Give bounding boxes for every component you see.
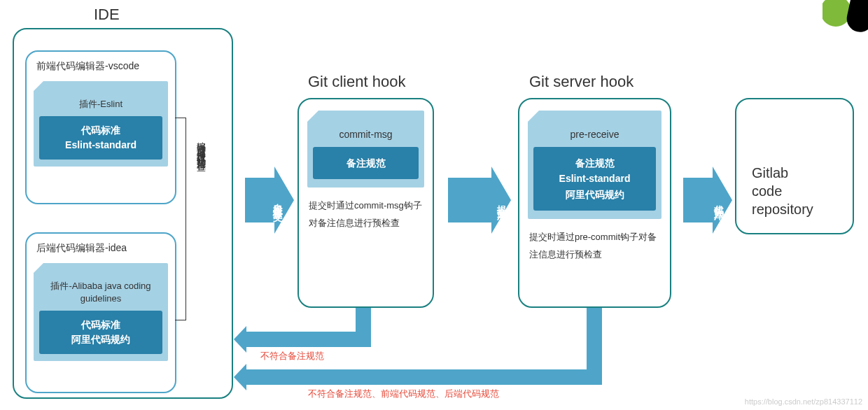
- arrow-commit-label: 提交仓库: [445, 197, 508, 203]
- repo-text: Gitlab code repository: [736, 99, 853, 218]
- client-hook-container: commit-msg 备注规范 提交时通过commit-msg钩子对备注信息进行…: [298, 98, 434, 308]
- watermark: https://blog.csdn.net/zp814337112: [745, 397, 862, 406]
- idea-box: 后端代码编辑器-idea 插件-Alibaba java coding guid…: [25, 232, 176, 393]
- ide-title: IDE: [94, 6, 120, 24]
- idea-editor-label: 后端代码编辑器-idea: [27, 234, 175, 260]
- alibaba-plugin-card: 插件-Alibaba java coding guidelines 代码标准 阿…: [34, 263, 168, 361]
- arrow-self-check-label: 自检合格提交: [235, 196, 284, 204]
- commit-msg-body: 备注规范: [313, 147, 419, 179]
- repo-line2: code: [752, 182, 837, 200]
- eslint-std-line2: Eslint-standard: [43, 138, 158, 153]
- vscode-editor-label: 前端代码编辑器-vscode: [27, 52, 175, 78]
- eslint-standard-body: 代码标准 Eslint-standard: [39, 116, 162, 160]
- server-body-line2: Eslint-standard: [539, 171, 650, 186]
- arrow-store: 代码入库: [683, 167, 732, 234]
- pre-receive-body: 备注规范 Eslint-standard 阿里代码规约: [533, 147, 656, 211]
- server-body-line1: 备注规范: [539, 155, 650, 171]
- eslint-std-line1: 代码标准: [43, 123, 158, 138]
- repo-line1: Gitlab: [752, 164, 837, 182]
- vscode-box: 前端代码编辑器-vscode 插件-Eslint 代码标准 Eslint-sta…: [25, 50, 176, 204]
- arrow-commit: 提交仓库: [448, 167, 511, 234]
- pre-receive-card: pre-receive 备注规范 Eslint-standard 阿里代码规约: [528, 111, 662, 219]
- arrow-self-check: 自检合格提交: [245, 167, 294, 234]
- server-hook-title: Git server hook: [529, 73, 634, 91]
- alibaba-std-line2: 阿里代码规约: [43, 332, 158, 347]
- eslint-plugin-card: 插件-Eslint 代码标准 Eslint-standard: [34, 81, 168, 167]
- eslint-plugin-title: 插件-Eslint: [39, 98, 162, 111]
- client-hook-desc: 提交时通过commit-msg钩子对备注信息进行预检查: [299, 188, 433, 232]
- server-hook-container: pre-receive 备注规范 Eslint-standard 阿里代码规约 …: [518, 98, 671, 308]
- reject-text-1: 不符合备注规范: [260, 350, 324, 362]
- bracket-connector: [175, 118, 186, 320]
- arrow-store-label: 代码入库: [676, 197, 725, 203]
- repo-line3: repository: [752, 200, 837, 218]
- repo-container: Gitlab code repository: [735, 98, 854, 234]
- alibaba-std-line1: 代码标准: [43, 318, 158, 332]
- commit-msg-card: commit-msg 备注规范: [307, 111, 424, 188]
- ide-side-note: 编码后通过插件进行代码规范预检查: [195, 134, 207, 288]
- commit-msg-title: commit-msg: [313, 129, 419, 140]
- server-body-line3: 阿里代码规约: [539, 187, 650, 202]
- corner-badge: [822, 0, 868, 36]
- return-arrow-2: [246, 369, 602, 385]
- alibaba-standard-body: 代码标准 阿里代码规约: [39, 311, 162, 354]
- alibaba-plugin-title: 插件-Alibaba java coding guidelines: [39, 280, 162, 305]
- client-hook-title: Git client hook: [308, 73, 405, 91]
- server-hook-desc: 提交时通过pre-commit钩子对备注信息进行预检查: [519, 219, 670, 263]
- reject-text-2: 不符合备注规范、前端代码规范、后端代码规范: [308, 388, 499, 400]
- pre-receive-title: pre-receive: [533, 129, 656, 140]
- return-arrow-1: [246, 332, 371, 347]
